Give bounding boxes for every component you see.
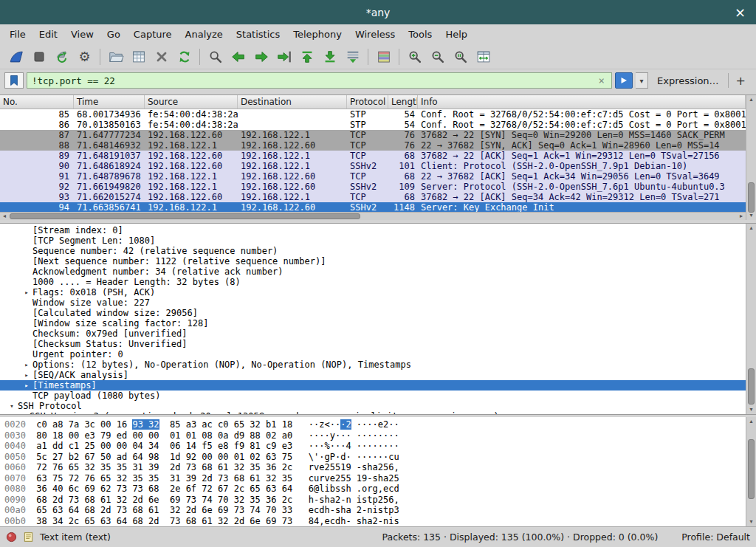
goto-packet-button[interactable] [272,47,295,67]
menu-item[interactable]: Tools [402,26,439,43]
expander-icon[interactable] [21,256,32,266]
menu-item[interactable]: Go [100,26,127,43]
filter-apply-button[interactable] [615,72,633,89]
details-vscrollbar[interactable]: ▴ ▾ [746,224,756,414]
packet-row[interactable]: 94 71.663856741 192.168.122.1 192.168.12… [0,202,746,212]
hex-row[interactable]: 0090 68 2d 73 68 61 32 2d 6e 69 73 74 70… [4,495,746,506]
scroll-up-icon[interactable]: ▴ [746,224,756,233]
packet-row[interactable]: 93 71.662015274 192.168.122.60 192.168.1… [0,192,746,202]
column-header[interactable]: Time [74,95,145,109]
hex-vscrollbar[interactable]: ▴ ▾ [746,417,756,526]
expander-icon[interactable] [21,246,32,256]
detail-row[interactable]: Acknowledgment number: 34 (relative ack … [0,266,746,277]
vscrollbar-thumb[interactable] [748,439,755,499]
detail-row[interactable]: Urgent pointer: 0 [0,349,746,359]
hex-row[interactable]: 00b0 38 34 2c 65 63 64 68 2d 73 68 61 32… [4,516,746,527]
detail-row[interactable]: Checksum: 0x79ed [unverified] [0,328,746,339]
menu-item[interactable]: Help [439,26,474,43]
hex-row[interactable]: 0040 a1 dd c1 25 00 00 04 34 06 14 f5 e8… [4,441,746,452]
expander-icon[interactable] [21,328,32,339]
first-packet-button[interactable] [295,47,318,67]
detail-row[interactable]: Window size value: 227 [0,297,746,308]
detail-row[interactable]: [Stream index: 0] [0,225,746,235]
hex-row[interactable]: 0060 72 76 65 32 35 35 31 39 2d 73 68 61… [4,462,746,473]
expander-icon[interactable] [21,308,32,318]
expander-icon[interactable] [21,235,32,246]
expander-icon[interactable]: ▾ [6,401,18,411]
detail-row[interactable]: ▾ SSH Protocol [0,401,746,411]
detail-row[interactable]: ▸ [SEQ/ACK analysis] [0,370,746,380]
hex-row[interactable]: 0080 36 40 6c 69 62 73 73 68 2e 6f 72 67… [4,484,746,495]
zoom-original-button[interactable] [449,47,472,67]
scroll-down-icon[interactable]: ▾ [746,211,756,220]
detail-row[interactable]: [Checksum Status: Unverified] [0,339,746,349]
packet-row[interactable]: 87 71.647777234 192.168.122.60 192.168.1… [0,130,746,140]
hex-row[interactable]: 0030 80 18 00 e3 79 ed 00 00 01 01 08 0a… [4,430,746,441]
packet-list-hscrollbar[interactable]: ◂ ▸ [0,212,746,220]
filter-add-button[interactable]: + [732,74,752,88]
save-file-button[interactable] [127,47,150,67]
column-header[interactable]: No. [0,95,74,109]
go-forward-button[interactable] [250,47,272,67]
expander-icon[interactable] [21,297,32,308]
column-header[interactable]: Protocol [347,95,388,109]
detail-row[interactable]: ▸ Options: (12 bytes), No-Operation (NOP… [0,359,746,370]
last-packet-button[interactable] [318,47,341,67]
find-packet-button[interactable] [204,47,227,67]
hex-row[interactable]: 0050 5c 27 b2 67 50 ad 64 98 1d 92 00 00… [4,452,746,463]
window-close-button[interactable]: × [729,0,752,24]
menu-item[interactable]: File [3,26,32,43]
capture-comment-icon[interactable] [23,531,34,543]
column-header[interactable]: Destination [238,95,347,109]
go-back-button[interactable] [227,47,250,67]
hscrollbar-thumb[interactable] [10,213,360,219]
zoom-out-button[interactable] [426,47,449,67]
menu-item[interactable]: Wireless [348,26,402,43]
expander-icon[interactable]: ▸ [21,359,32,370]
packet-list-vscrollbar[interactable]: ▴ ▾ [746,95,756,220]
packet-row[interactable]: 89 71.648191037 192.168.122.60 192.168.1… [0,151,746,161]
reload-file-button[interactable] [173,47,196,67]
hex-row[interactable]: 0070 63 75 72 76 65 32 35 35 31 39 2d 73… [4,473,746,484]
vscrollbar-thumb[interactable] [748,182,755,213]
expander-icon[interactable]: ▸ [21,370,32,380]
detail-row[interactable]: ▸ [Timestamps] [0,380,746,391]
vscrollbar-thumb[interactable] [748,368,755,405]
autoscroll-button[interactable] [341,47,364,67]
expander-icon[interactable] [21,266,32,277]
resize-columns-button[interactable] [472,47,495,67]
hex-row[interactable]: 0020 c0 a8 7a 3c 00 16 93 32 85 a3 ac c0… [4,419,746,430]
menu-item[interactable]: Telephony [286,26,348,43]
menu-item[interactable]: View [64,26,100,43]
close-file-button[interactable] [150,47,173,67]
capture-restart-button[interactable] [50,47,73,67]
column-header[interactable]: Source [145,95,238,109]
zoom-in-button[interactable] [403,47,426,67]
packet-row[interactable]: 91 71.648789678 192.168.122.1 192.168.12… [0,171,746,182]
expander-icon[interactable]: ▸ [18,411,30,414]
title-bar[interactable]: *any × [0,0,756,24]
expander-icon[interactable]: ▸ [21,287,32,297]
filter-dropdown-button[interactable]: ▾ [636,72,648,89]
scroll-right-icon[interactable]: ▸ [737,213,746,220]
expression-button[interactable]: Expression… [651,75,725,86]
expander-icon[interactable] [21,277,32,287]
capture-stop-button[interactable] [27,47,50,67]
scroll-up-icon[interactable]: ▴ [746,95,756,104]
detail-row[interactable]: [Next sequence number: 1122 (relative se… [0,256,746,266]
expander-icon[interactable] [21,339,32,349]
colorize-button[interactable] [372,47,395,67]
detail-row[interactable]: TCP payload (1080 bytes) [0,391,746,401]
expander-icon[interactable] [21,225,32,235]
filter-clear-icon[interactable]: × [597,75,607,86]
detail-row[interactable]: [Window size scaling factor: 128] [0,318,746,328]
expander-icon[interactable]: ▸ [21,380,32,391]
packet-row[interactable]: 88 71.648146932 192.168.122.1 192.168.12… [0,140,746,151]
detail-row[interactable]: [TCP Segment Len: 1080] [0,235,746,246]
status-profile[interactable]: Profile: Default [681,531,750,543]
scroll-down-icon[interactable]: ▾ [746,405,756,414]
capture-options-button[interactable]: ⚙ [73,47,96,67]
menu-item[interactable]: Capture [127,26,179,43]
expander-icon[interactable] [21,349,32,359]
column-header[interactable]: Length [388,95,418,109]
